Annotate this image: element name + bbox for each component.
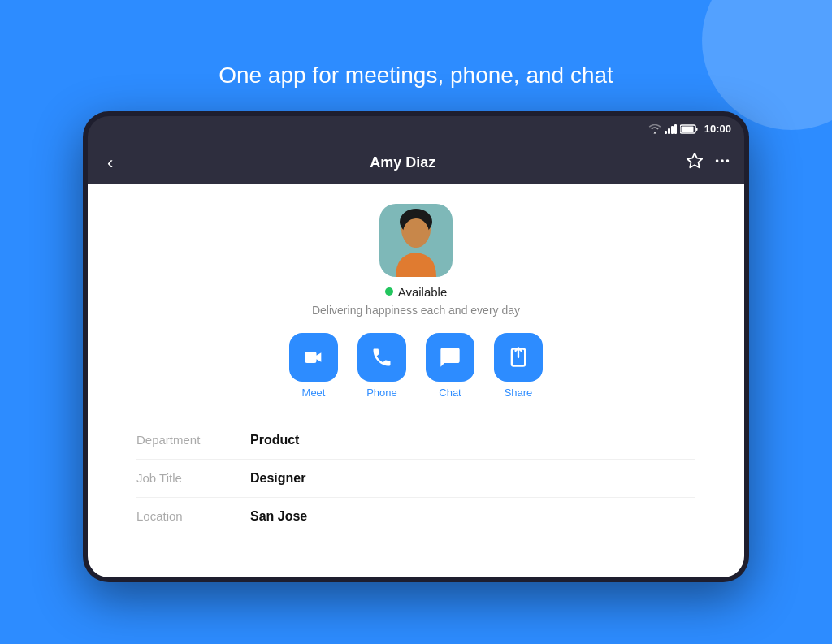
chat-label: Chat [439, 387, 461, 399]
phone-icon [370, 346, 393, 369]
phone-label: Phone [366, 387, 397, 399]
share-button[interactable] [494, 333, 543, 382]
video-icon [302, 346, 325, 369]
avatar [379, 204, 453, 277]
department-value: Product [250, 433, 299, 447]
actions-row: Meet Phone Chat [289, 333, 543, 399]
department-key: Department [136, 433, 250, 447]
chat-icon [439, 346, 462, 369]
back-button[interactable]: ‹ [101, 149, 119, 177]
status-time: 10:00 [704, 123, 731, 135]
share-action[interactable]: Share [494, 333, 543, 399]
share-icon [507, 346, 530, 369]
more-options-icon[interactable] [713, 152, 731, 174]
svg-point-12 [403, 218, 429, 248]
svg-point-6 [726, 159, 730, 162]
phone-button[interactable] [358, 333, 406, 382]
svg-point-4 [716, 159, 719, 162]
header-actions [686, 152, 731, 174]
location-key: Location [136, 509, 250, 523]
jobtitle-row: Job Title Designer [136, 460, 696, 498]
jobtitle-key: Job Title [136, 471, 250, 485]
chat-button[interactable] [426, 333, 474, 382]
location-value: San Jose [250, 509, 307, 524]
svg-point-5 [721, 159, 724, 162]
tablet-screen: 10:00 ‹ Amy Diaz [88, 116, 744, 577]
meet-button[interactable] [289, 333, 338, 382]
status-row: Available [385, 285, 448, 299]
jobtitle-value: Designer [250, 471, 306, 486]
share-label: Share [505, 387, 533, 399]
tagline: Delivering happiness each and every day [312, 304, 520, 317]
app-header: ‹ Amy Diaz [88, 142, 744, 184]
meet-label: Meet [302, 387, 326, 399]
meet-action[interactable]: Meet [289, 333, 338, 399]
page-headline: One app for meetings, phone, and chat [219, 63, 613, 89]
status-text: Available [398, 285, 448, 299]
favorite-icon[interactable] [686, 152, 704, 174]
wifi-icon [648, 124, 661, 134]
status-indicator [385, 287, 393, 296]
svg-rect-1 [681, 126, 693, 132]
avatar-image [379, 204, 453, 277]
status-bar: 10:00 [88, 116, 744, 142]
profile-content: Available Delivering happiness each and … [88, 184, 744, 577]
chat-action[interactable]: Chat [426, 333, 474, 399]
svg-rect-2 [696, 128, 697, 131]
svg-marker-3 [687, 153, 702, 167]
tablet-device: 10:00 ‹ Amy Diaz [83, 111, 749, 582]
contact-name: Amy Diaz [119, 154, 686, 171]
signal-icon [665, 124, 677, 134]
battery-icon [680, 124, 698, 134]
department-row: Department Product [136, 421, 696, 460]
location-row: Location San Jose [136, 498, 696, 535]
status-icons: 10:00 [648, 123, 731, 135]
info-table: Department Product Job Title Designer Lo… [88, 421, 744, 535]
phone-action[interactable]: Phone [358, 333, 406, 399]
